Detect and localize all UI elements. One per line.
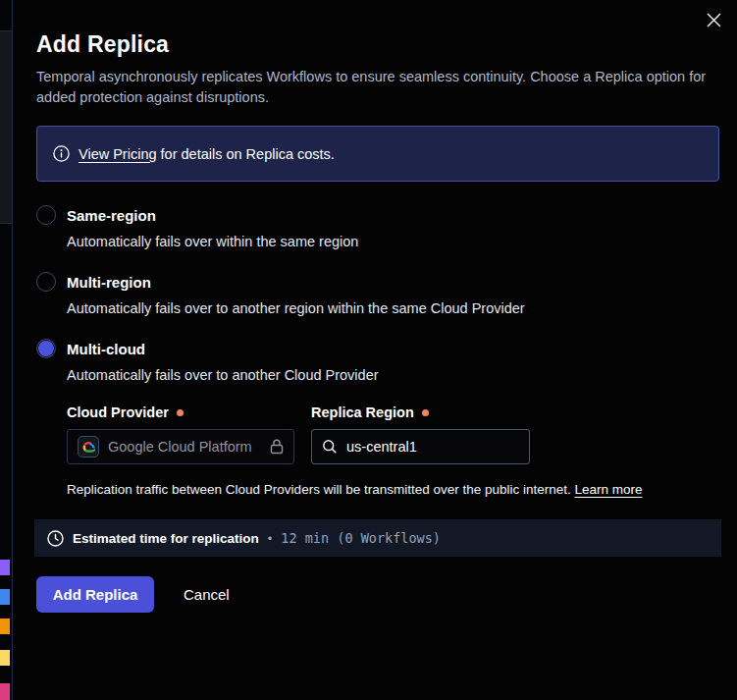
modal-description: Temporal asynchronously replicates Workf… (36, 67, 719, 108)
clock-icon (47, 530, 64, 547)
search-icon (322, 439, 338, 455)
lock-icon (270, 439, 284, 455)
radio-icon[interactable] (36, 339, 56, 358)
pricing-banner-text: View Pricing for details on Replica cost… (79, 146, 335, 162)
background-panel (0, 30, 12, 224)
gcp-logo-icon (78, 436, 99, 458)
radio-multi-cloud[interactable]: Multi-cloud (36, 339, 719, 358)
estimate-value: 12 min (0 Workflows) (281, 530, 441, 546)
replica-option-group: Same-region Automatically fails over wit… (36, 205, 719, 497)
required-dot-icon (177, 409, 184, 416)
cloud-provider-field: Cloud Provider (67, 404, 294, 464)
option-label: Same-region (67, 207, 156, 224)
required-dot-icon (422, 409, 429, 416)
page-title: Add Replica (36, 31, 719, 58)
color-chip (0, 619, 10, 634)
replica-region-label: Replica Region (311, 404, 530, 420)
option-description: Automatically fails over to another regi… (67, 300, 719, 316)
color-chip (0, 650, 10, 666)
multi-cloud-form: Cloud Provider (67, 404, 719, 464)
close-icon (707, 13, 721, 27)
view-pricing-link[interactable]: View Pricing (79, 146, 157, 162)
cloud-provider-select[interactable]: Google Cloud Platform (67, 429, 294, 464)
option-label: Multi-cloud (67, 341, 145, 357)
color-chip (0, 560, 10, 575)
screen: Add Replica Temporal asynchronously repl… (0, 0, 737, 700)
option-same-region: Same-region Automatically fails over wit… (36, 205, 719, 249)
color-chip (0, 683, 10, 700)
learn-more-link[interactable]: Learn more (575, 482, 643, 497)
estimate-banner: Estimated time for replication • 12 min … (34, 519, 721, 557)
cancel-button[interactable]: Cancel (164, 578, 249, 611)
replica-region-input[interactable] (346, 439, 519, 455)
radio-same-region[interactable]: Same-region (36, 205, 719, 225)
close-button[interactable] (702, 8, 725, 31)
estimate-label: Estimated time for replication (73, 531, 259, 546)
replica-region-field: Replica Region (311, 404, 530, 464)
pricing-banner: View Pricing for details on Replica cost… (36, 126, 719, 182)
radio-icon[interactable] (36, 205, 56, 225)
option-description: Automatically fails over within the same… (67, 234, 719, 249)
option-multi-cloud: Multi-cloud Automatically fails over to … (36, 339, 719, 497)
add-replica-modal: Add Replica Temporal asynchronously repl… (13, 0, 737, 700)
modal-actions: Add Replica Cancel (36, 576, 719, 613)
estimate-separator: • (268, 531, 273, 546)
radio-icon[interactable] (36, 272, 56, 292)
public-internet-note: Replication traffic between Cloud Provid… (67, 482, 719, 497)
replica-region-searchbox[interactable] (311, 429, 530, 464)
cloud-provider-label: Cloud Provider (67, 404, 294, 420)
background-page (0, 0, 13, 700)
cloud-provider-value: Google Cloud Platform (108, 439, 261, 455)
radio-multi-region[interactable]: Multi-region (36, 272, 719, 292)
option-multi-region: Multi-region Automatically fails over to… (36, 272, 719, 316)
option-description: Automatically fails over to another Clou… (67, 367, 719, 383)
add-replica-button[interactable]: Add Replica (36, 576, 154, 613)
color-chip (0, 589, 10, 605)
info-icon (53, 145, 70, 162)
option-label: Multi-region (67, 274, 151, 291)
